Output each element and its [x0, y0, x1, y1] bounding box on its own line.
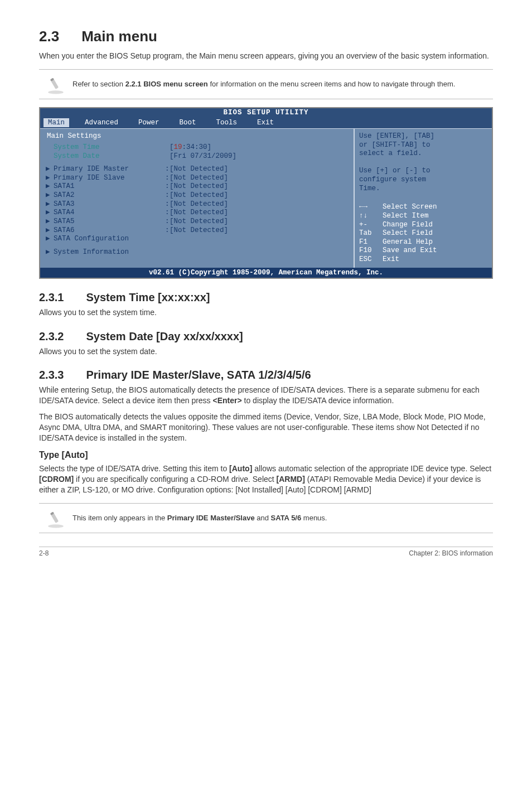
submenu-arrow-icon: ▶: [46, 226, 54, 235]
bios-legend-row: ESCExit: [359, 255, 487, 264]
bios-row-value: [Not Detected]: [170, 209, 228, 218]
note-pencil-icon: [39, 507, 72, 529]
bios-row[interactable]: ▶SATA5:[Not Detected]: [46, 218, 348, 226]
submenu-arrow-icon: ▶: [46, 174, 54, 183]
bios-row-label: SATA1: [54, 182, 165, 191]
svg-point-0: [48, 90, 64, 94]
bios-row-label: SATA Configuration: [54, 235, 165, 244]
submenu-arrow-icon: ▶: [46, 218, 54, 226]
bios-row-label: SATA3: [54, 200, 165, 209]
bios-row[interactable]: ▶SATA4:[Not Detected]: [46, 209, 348, 218]
legend-key: Tab: [359, 229, 383, 238]
bios-menu-boot[interactable]: Boot: [175, 118, 201, 127]
bios-legend-row: ↑↓Select Item: [359, 212, 487, 221]
bios-row[interactable]: ▶Primary IDE Slave:[Not Detected]: [46, 174, 348, 183]
bios-row-label: System Information: [54, 248, 165, 257]
legend-desc: Select Field: [383, 229, 433, 238]
legend-desc: Select Screen: [383, 203, 437, 212]
bios-menu-bar: Main Advanced Power Boot Tools Exit: [40, 117, 492, 128]
bios-menu-advanced[interactable]: Advanced: [80, 118, 123, 127]
subsubsection-heading: Type [Auto]: [39, 450, 493, 460]
body-text: Allows you to set the system time.: [39, 307, 493, 318]
legend-key: F1: [359, 238, 383, 247]
bios-row-label: SATA4: [54, 209, 165, 218]
bios-menu-main[interactable]: Main: [43, 118, 69, 127]
legend-desc: Save and Exit: [383, 247, 437, 255]
note-text: Refer to section 2.2.1 BIOS menu screen …: [72, 79, 455, 89]
bios-row-value: [Not Detected]: [170, 165, 228, 174]
bios-menu-tools[interactable]: Tools: [212, 118, 242, 127]
note-box: This item only appears in the Primary ID…: [39, 503, 493, 533]
bios-help-panel: Use [ENTER], [TAB]or [SHIFT-TAB] toselec…: [355, 129, 492, 268]
subsection-heading: 2.3.3Primary IDE Master/Slave, SATA 1/2/…: [39, 369, 493, 381]
bios-row-value: [Not Detected]: [170, 218, 228, 226]
bios-screen: BIOS SETUP UTILITY Main Advanced Power B…: [39, 107, 493, 279]
bios-row-label: System Date: [54, 152, 165, 161]
legend-key: ESC: [359, 255, 383, 264]
bios-footer: v02.61 (C)Copyright 1985-2009, American …: [40, 268, 492, 278]
bios-title: BIOS SETUP UTILITY: [40, 108, 492, 117]
chapter-label: Chapter 2: BIOS information: [409, 549, 493, 557]
page-number: 2-8: [39, 549, 49, 557]
legend-desc: Select Item: [383, 212, 429, 221]
bios-row[interactable]: System Time[19:34:30]: [46, 143, 348, 152]
bios-row[interactable]: ▶System Information: [46, 248, 348, 257]
bios-legend-row: F10Save and Exit: [359, 247, 487, 255]
section-heading: 2.3Main menu: [39, 28, 493, 45]
bios-legend-row: +-Change Field: [359, 221, 487, 230]
bios-row[interactable]: ▶SATA3:[Not Detected]: [46, 200, 348, 209]
bios-row[interactable]: ▶SATA2:[Not Detected]: [46, 191, 348, 200]
svg-point-3: [48, 524, 64, 528]
bios-row-label: Primary IDE Master: [54, 165, 165, 174]
bios-row-label: SATA2: [54, 191, 165, 200]
legend-desc: Exit: [383, 255, 399, 264]
bios-legend-row: ←→Select Screen: [359, 203, 487, 212]
bios-row-value: [Not Detected]: [170, 174, 228, 183]
submenu-arrow-icon: ▶: [46, 235, 54, 244]
bios-help-line: [359, 158, 487, 167]
bios-help-line: select a field.: [359, 149, 487, 158]
subsection-heading: 2.3.1System Time [xx:xx:xx]: [39, 291, 493, 304]
bios-row[interactable]: ▶Primary IDE Master:[Not Detected]: [46, 165, 348, 174]
submenu-arrow-icon: ▶: [46, 182, 54, 191]
bios-section-label: Main Settings: [47, 132, 348, 140]
bios-row-label: SATA6: [54, 226, 165, 235]
bios-row[interactable]: ▶SATA6:[Not Detected]: [46, 226, 348, 235]
bios-row[interactable]: ▶SATA Configuration: [46, 235, 348, 244]
submenu-arrow-icon: [46, 152, 54, 161]
bios-legend-row: F1General Help: [359, 238, 487, 247]
bios-help-line: Use [+] or [-] to: [359, 167, 487, 176]
bios-row-value: [Not Detected]: [170, 191, 228, 200]
note-text: This item only appears in the Primary ID…: [72, 513, 327, 523]
legend-key: F10: [359, 247, 383, 255]
legend-desc: General Help: [383, 238, 433, 247]
legend-desc: Change Field: [383, 221, 433, 230]
note-pencil-icon: [39, 73, 72, 95]
bios-help-line: configure system: [359, 176, 487, 185]
bios-row-value: [Not Detected]: [170, 200, 228, 209]
intro-paragraph: When you enter the BIOS Setup program, t…: [39, 51, 493, 61]
page-footer: 2-8 Chapter 2: BIOS information: [39, 547, 493, 557]
bios-row-value: [19:34:30]: [170, 143, 211, 152]
bios-menu-power[interactable]: Power: [134, 118, 164, 127]
bios-row-label: Primary IDE Slave: [54, 174, 165, 183]
legend-key: ↑↓: [359, 212, 383, 221]
bios-row[interactable]: ▶SATA1:[Not Detected]: [46, 182, 348, 191]
bios-legend-row: TabSelect Field: [359, 229, 487, 238]
bios-help-line: Time.: [359, 185, 487, 194]
body-text: The BIOS automatically detects the value…: [39, 412, 493, 443]
submenu-arrow-icon: ▶: [46, 248, 54, 257]
note-box: Refer to section 2.2.1 BIOS menu screen …: [39, 69, 493, 99]
bios-help-line: Use [ENTER], [TAB]: [359, 132, 487, 141]
subsection-heading: 2.3.2System Date [Day xx/xx/xxxx]: [39, 330, 493, 343]
bios-menu-exit[interactable]: Exit: [253, 118, 278, 127]
bios-row-label: SATA5: [54, 218, 165, 226]
submenu-arrow-icon: ▶: [46, 191, 54, 200]
submenu-arrow-icon: ▶: [46, 209, 54, 218]
body-text: Selects the type of IDE/SATA drive. Sett…: [39, 463, 493, 495]
bios-row[interactable]: System Date[Fri 07/31/2009]: [46, 152, 348, 161]
body-text: While entering Setup, the BIOS automatic…: [39, 385, 493, 406]
bios-row-value: [Fri 07/31/2009]: [170, 152, 236, 161]
bios-row-value: [Not Detected]: [170, 182, 228, 191]
submenu-arrow-icon: ▶: [46, 200, 54, 209]
